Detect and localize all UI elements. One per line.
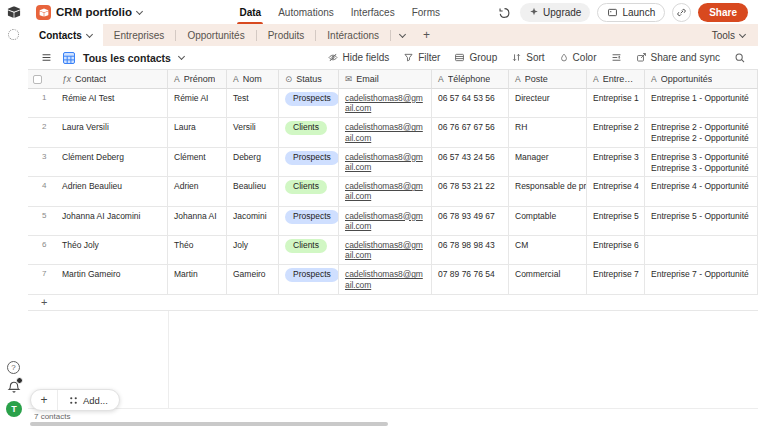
horizontal-scrollbar[interactable] — [30, 422, 388, 426]
opportunites-cell[interactable]: Entreprise 4 - Opportunité 4 - 29/0 — [645, 177, 758, 206]
column-header[interactable]: ✉Email — [339, 70, 432, 89]
add-record-button[interactable]: + — [31, 390, 58, 410]
add-table-button[interactable]: + — [414, 24, 439, 46]
entreprise-cell[interactable]: Entreprise 6 — [587, 236, 645, 265]
opportunites-cell[interactable] — [645, 236, 758, 265]
opportunity-link[interactable]: Entreprise 3 - Opportunité 9 - 29/0 — [651, 163, 751, 174]
nav-tab-interfaces[interactable]: Interfaces — [351, 0, 395, 24]
column-header[interactable]: ANom — [227, 70, 279, 89]
contact-cell[interactable]: 2 Laura Versili — [28, 118, 168, 147]
opportunites-cell[interactable]: Entreprise 7 - Opportunité 7 - 29/0 — [645, 265, 758, 294]
prenom-cell[interactable]: Rémie AI — [168, 89, 227, 118]
telephone-cell[interactable]: 06 57 43 24 56 — [432, 148, 509, 177]
email-cell[interactable]: cadelisthomas8@gmail.com — [339, 148, 432, 177]
prenom-cell[interactable]: Clément — [168, 148, 227, 177]
status-cell[interactable]: Prospects — [279, 265, 339, 294]
airtable-logo-icon[interactable] — [7, 6, 21, 18]
nav-tab-forms[interactable]: Forms — [412, 0, 440, 24]
entreprise-cell[interactable]: Entreprise 2 — [587, 118, 645, 147]
contact-cell[interactable]: 3 Clément Deberg — [28, 148, 168, 177]
poste-cell[interactable]: Responsable de prod — [509, 177, 587, 206]
nom-cell[interactable]: Joly — [227, 236, 279, 265]
telephone-cell[interactable]: 06 57 64 53 56 — [432, 89, 509, 118]
email-link[interactable]: cadelisthomas8@gmail.com — [345, 122, 423, 142]
help-icon[interactable]: ? — [7, 361, 20, 374]
share-button[interactable]: Share — [698, 3, 748, 22]
entreprise-cell[interactable]: Entreprise 7 — [587, 265, 645, 294]
email-link[interactable]: cadelisthomas8@gmail.com — [345, 152, 423, 172]
prenom-cell[interactable]: Adrien — [168, 177, 227, 206]
base-switcher[interactable]: CRM portfolio — [36, 5, 142, 20]
telephone-cell[interactable]: 06 78 53 21 22 — [432, 177, 509, 206]
email-cell[interactable]: cadelisthomas8@gmail.com — [339, 89, 432, 118]
opportunity-link[interactable]: Entreprise 7 - Opportunité 7 - 29/0 — [651, 269, 751, 280]
opportunity-link[interactable]: Entreprise 2 - Opportunité 8 - 29/0 — [651, 133, 751, 144]
poste-cell[interactable]: Comptable — [509, 207, 587, 236]
poste-cell[interactable]: Commercial — [509, 265, 587, 294]
nom-cell[interactable]: Test — [227, 89, 279, 118]
filter-button[interactable]: Filter — [403, 52, 440, 63]
share-link-icon[interactable] — [672, 3, 691, 22]
add-record-row[interactable]: + — [28, 295, 758, 311]
opportunity-link[interactable]: Entreprise 4 - Opportunité 4 - 29/0 — [651, 181, 751, 192]
contact-cell[interactable]: 7 Martin Gameiro — [28, 265, 168, 294]
entreprise-cell[interactable]: Entreprise 3 — [587, 148, 645, 177]
table-tab-produits[interactable]: Produits — [257, 24, 316, 46]
contact-cell[interactable]: 1 Rémie AI Test — [28, 89, 168, 118]
opportunity-link[interactable]: Entreprise 5 - Opportunité 5 - 29/0 — [651, 211, 751, 222]
column-header[interactable]: ƒxContact — [28, 70, 168, 89]
entreprise-cell[interactable]: Entreprise 5 — [587, 207, 645, 236]
email-cell[interactable]: cadelisthomas8@gmail.com — [339, 207, 432, 236]
email-link[interactable]: cadelisthomas8@gmail.com — [345, 93, 423, 113]
status-cell[interactable]: Prospects — [279, 207, 339, 236]
launch-button[interactable]: Launch — [597, 3, 665, 22]
email-cell[interactable]: cadelisthomas8@gmail.com — [339, 118, 432, 147]
contact-cell[interactable]: 4 Adrien Beaulieu — [28, 177, 168, 206]
nom-cell[interactable]: Deberg — [227, 148, 279, 177]
column-header[interactable]: APoste — [509, 70, 587, 89]
nav-tab-data[interactable]: Data — [239, 0, 261, 24]
add-options-button[interactable]: Add... — [58, 395, 119, 406]
poste-cell[interactable]: Manager — [509, 148, 587, 177]
email-cell[interactable]: cadelisthomas8@gmail.com — [339, 236, 432, 265]
entreprise-cell[interactable]: Entreprise 4 — [587, 177, 645, 206]
table-tab-entreprises[interactable]: Entreprises — [103, 24, 176, 46]
opportunity-link[interactable]: Entreprise 2 - Opportunité 2 - 29/0 — [651, 122, 751, 133]
table-tab-interactions[interactable]: Intéractions — [316, 24, 390, 46]
telephone-cell[interactable]: 06 78 98 98 43 — [432, 236, 509, 265]
telephone-cell[interactable]: 06 76 67 67 56 — [432, 118, 509, 147]
select-all-checkbox[interactable] — [33, 75, 42, 84]
prenom-cell[interactable]: Martin — [168, 265, 227, 294]
share-and-sync-button[interactable]: Share and sync — [636, 52, 721, 63]
contact-cell[interactable]: 6 Théo Joly — [28, 236, 168, 265]
opportunity-link[interactable]: Entreprise 1 - Opportunité 1 - 29/0 — [651, 93, 751, 104]
opportunity-link[interactable]: Entreprise 3 - Opportunité 3 - 29/0 — [651, 152, 751, 163]
telephone-cell[interactable]: 06 78 93 49 67 — [432, 207, 509, 236]
table-tab-opportunites[interactable]: Opportunités — [176, 24, 255, 46]
prenom-cell[interactable]: Johanna AI — [168, 207, 227, 236]
group-button[interactable]: Group — [454, 52, 497, 63]
contact-cell[interactable]: 5 Johanna AI Jacomini — [28, 207, 168, 236]
nom-cell[interactable]: Versili — [227, 118, 279, 147]
sort-button[interactable]: Sort — [511, 52, 544, 63]
status-cell[interactable]: Clients — [279, 236, 339, 265]
user-avatar[interactable]: T — [6, 401, 22, 417]
email-cell[interactable]: cadelisthomas8@gmail.com — [339, 177, 432, 206]
nom-cell[interactable]: Gameiro — [227, 265, 279, 294]
opportunites-cell[interactable]: Entreprise 3 - Opportunité 3 - 29/0Entre… — [645, 148, 758, 177]
status-cell[interactable]: Clients — [279, 118, 339, 147]
notifications-bell-icon[interactable] — [7, 380, 21, 394]
color-button[interactable]: Color — [559, 52, 597, 63]
column-header[interactable]: APrénom — [168, 70, 227, 89]
views-sidebar-toggle[interactable] — [38, 49, 55, 66]
upgrade-button[interactable]: Upgrade — [520, 3, 590, 22]
status-cell[interactable]: Prospects — [279, 148, 339, 177]
tools-menu[interactable]: Tools — [712, 24, 758, 46]
nom-cell[interactable]: Beaulieu — [227, 177, 279, 206]
status-cell[interactable]: Clients — [279, 177, 339, 206]
history-icon[interactable] — [496, 4, 513, 21]
email-link[interactable]: cadelisthomas8@gmail.com — [345, 269, 423, 289]
opportunites-cell[interactable]: Entreprise 5 - Opportunité 5 - 29/0 — [645, 207, 758, 236]
nom-cell[interactable]: Jacomini — [227, 207, 279, 236]
chevron-down-icon[interactable] — [178, 53, 185, 60]
